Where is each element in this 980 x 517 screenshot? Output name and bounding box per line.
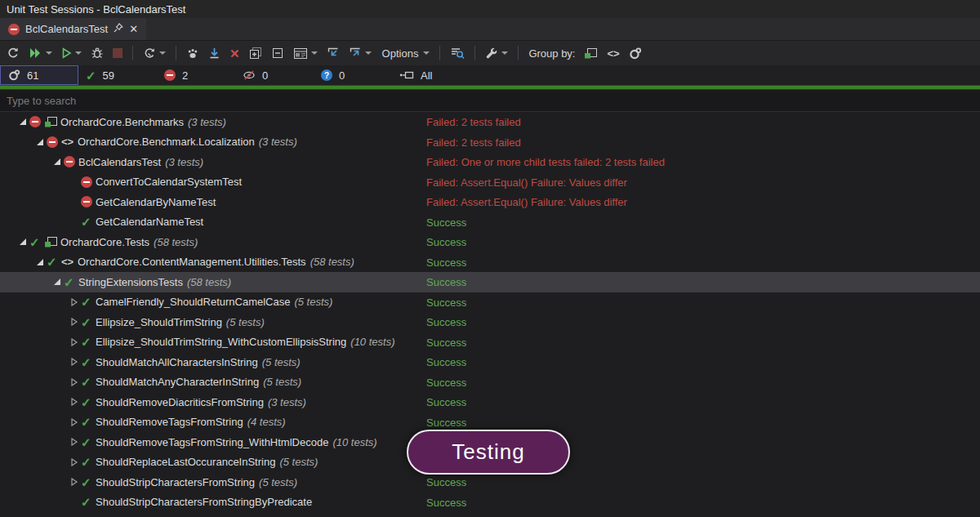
test-result: Success <box>426 316 466 328</box>
rerun-tests-icon[interactable] <box>141 46 167 60</box>
passed-icon: ✓ <box>81 216 91 228</box>
test-tree-row[interactable]: ✓ <> ShouldRemoveDiacriticsFromString (3… <box>0 392 980 412</box>
chevron-down-icon[interactable] <box>365 51 372 55</box>
expander-icon[interactable] <box>68 318 81 326</box>
expander-icon[interactable] <box>51 278 64 286</box>
test-tree-row[interactable]: ✓ <> OrchardCore.Benchmarks (3 tests) Fa… <box>0 112 980 132</box>
expander-icon[interactable] <box>33 138 47 146</box>
test-result: Failed: One or more child tests failed: … <box>426 156 665 168</box>
test-tree-row[interactable]: ✓ <> ShouldMatchAllCharactersInString (5… <box>0 352 980 372</box>
test-tree-row[interactable]: ✓ <> ConvertToCalendarSystemTest Failed:… <box>0 172 980 193</box>
expanded-triangle-icon <box>19 118 27 126</box>
chevron-down-icon[interactable] <box>159 51 166 55</box>
passed-icon: ✓ <box>86 69 96 82</box>
output-layout-icon[interactable] <box>292 47 319 60</box>
settings-wrench-icon[interactable] <box>483 46 510 60</box>
test-tree-row[interactable]: ✓ <> ShouldStripCharactersFromStringByPr… <box>0 492 980 513</box>
expander-icon[interactable] <box>68 438 81 446</box>
collapsed-triangle-icon <box>70 318 78 326</box>
run-all-tests-button[interactable] <box>27 47 54 60</box>
pin-icon[interactable] <box>114 23 123 35</box>
test-result: Success <box>426 336 466 348</box>
expand-all-icon[interactable] <box>247 46 264 60</box>
test-count: (5 tests) <box>259 476 297 488</box>
test-tree-row[interactable]: ✓ <> ShouldMatchAnyCharacterInString (5 … <box>0 372 980 393</box>
test-tree-row[interactable]: ✓ <> Ellipsize_ShouldTrimString (5 tests… <box>0 312 980 332</box>
refresh-icon[interactable] <box>5 46 21 60</box>
counter-ignored[interactable]: 0 <box>235 65 314 85</box>
import-session-icon[interactable] <box>325 46 341 60</box>
test-result: Success <box>426 296 466 308</box>
passed-icon: ✓ <box>29 236 40 248</box>
remove-tests-icon[interactable]: ✕ <box>228 47 242 60</box>
row-status-icon: ✓ <box>29 116 44 127</box>
expander-icon[interactable] <box>51 158 64 166</box>
counter-failed[interactable]: 2 <box>157 65 235 85</box>
project-icon <box>44 116 58 128</box>
toolbar: ✕ Options Group by <box>0 41 980 65</box>
export-session-icon[interactable] <box>347 46 373 60</box>
test-tree-row[interactable]: ✓ <> GetCalendarByNameTest Failed: Asser… <box>0 192 980 212</box>
debug-test-icon[interactable] <box>89 46 105 60</box>
collapsed-triangle-icon <box>70 298 78 306</box>
chevron-down-icon[interactable] <box>75 51 82 55</box>
row-status-icon: ✓ <box>81 396 96 408</box>
session-tab[interactable]: BclCalendarsTest ✕ <box>0 18 146 40</box>
test-name: ShouldRemoveTagsFromString <box>96 416 243 428</box>
append-tests-icon[interactable] <box>207 47 222 60</box>
test-name: OrchardCore.Benchmark.Localization <box>78 136 255 148</box>
test-tree-row[interactable]: ✓ <> OrchardCore.Benchmark.Localization … <box>0 132 980 153</box>
expander-icon[interactable] <box>68 458 81 466</box>
test-tree-row[interactable]: ✓ <> OrchardCore.ContentManagement.Utili… <box>0 252 980 273</box>
test-tree-row[interactable]: ✓ <> BclCalendarsTest (3 tests) Failed: … <box>0 152 980 172</box>
collapse-all-icon[interactable] <box>270 46 286 60</box>
namespace-icon: <> <box>61 256 74 268</box>
search-input[interactable] <box>0 90 980 111</box>
expander-icon[interactable] <box>16 238 29 246</box>
options-button[interactable]: Options <box>379 47 432 60</box>
chevron-down-icon[interactable] <box>311 51 318 55</box>
expanded-triangle-icon <box>36 258 44 266</box>
inconclusive-count: 0 <box>339 69 345 82</box>
test-name: ConvertToCalendarSystemTest <box>96 176 242 188</box>
counter-passed[interactable]: ✓ 59 <box>78 65 157 85</box>
chevron-down-icon[interactable] <box>46 51 52 55</box>
counter-total[interactable]: 61 <box>0 65 78 85</box>
test-tree-row[interactable]: ✓ <> OrchardCore.Tests (58 tests) Succes… <box>0 232 980 252</box>
test-tree-row[interactable]: ✓ <> ShouldStripCharactersFromString (5 … <box>0 472 980 492</box>
test-count: (58 tests) <box>187 276 231 288</box>
test-tree-row[interactable]: ✓ <> CamelFriendly_ShouldReturnCamelCase… <box>0 292 980 313</box>
row-status-icon: ✓ <box>81 316 96 328</box>
expander-icon[interactable] <box>68 298 81 306</box>
test-tree-row[interactable]: ✓ <> StringExtensionsTests (58 tests) Su… <box>0 272 980 292</box>
session-tab-label: BclCalendarsTest <box>25 23 108 35</box>
counter-all[interactable]: All <box>392 65 470 85</box>
test-tree-row[interactable]: ✓ <> GetCalendarNameTest Success <box>0 212 980 233</box>
chevron-down-icon[interactable] <box>501 51 508 55</box>
expander-icon[interactable] <box>33 258 47 266</box>
close-icon[interactable]: ✕ <box>129 24 138 34</box>
expander-icon[interactable] <box>16 118 29 126</box>
track-running-test-icon[interactable] <box>185 47 201 60</box>
expander-icon[interactable] <box>68 358 81 366</box>
counter-inconclusive[interactable]: ? 0 <box>314 65 392 85</box>
expander-icon[interactable] <box>68 478 81 486</box>
expander-icon[interactable] <box>68 378 81 386</box>
test-result: Success <box>426 356 466 368</box>
expander-icon[interactable] <box>68 398 81 406</box>
test-name: ShouldStripCharactersFromStringByPredica… <box>96 496 312 508</box>
project-icon <box>44 236 58 248</box>
test-tree-row[interactable]: ✓ <> Ellipsize_ShouldTrimString_WithCust… <box>0 332 980 353</box>
row-type-icon: <> <box>61 256 78 268</box>
test-name: ShouldMatchAnyCharacterInString <box>96 376 259 388</box>
test-name: Ellipsize_ShouldTrimString_WithCustomEll… <box>96 336 346 348</box>
expander-icon[interactable] <box>68 418 81 426</box>
expander-icon[interactable] <box>68 338 81 346</box>
run-test-button[interactable] <box>60 47 83 60</box>
row-status-icon: ✓ <box>81 196 96 207</box>
group-by-namespace-icon[interactable]: <> <box>605 47 621 60</box>
filter-search-icon[interactable] <box>448 46 466 60</box>
collapsed-triangle-icon <box>70 338 78 346</box>
group-by-project-icon[interactable] <box>582 47 599 60</box>
group-by-duration-icon[interactable] <box>627 47 644 60</box>
